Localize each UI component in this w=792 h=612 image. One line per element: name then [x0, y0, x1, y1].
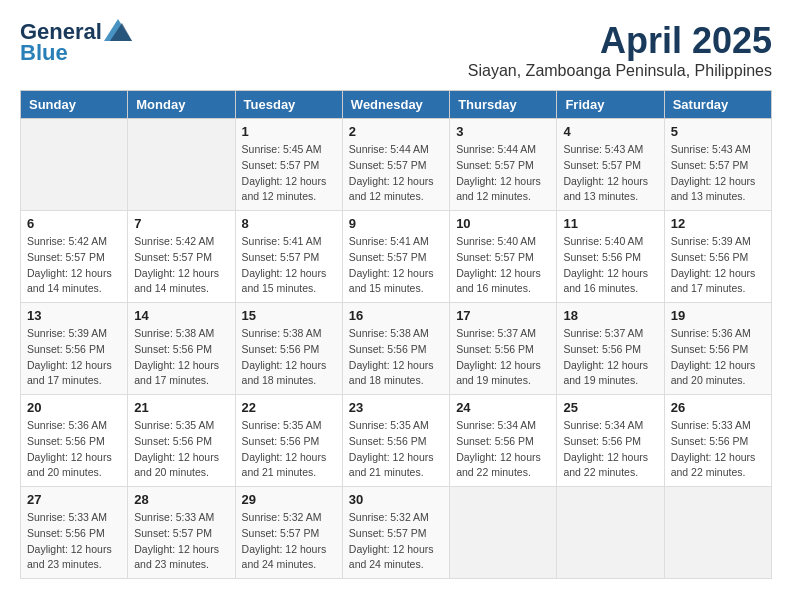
day-info: Sunrise: 5:43 AMSunset: 5:57 PMDaylight:…	[671, 142, 765, 205]
day-info: Sunrise: 5:42 AMSunset: 5:57 PMDaylight:…	[27, 234, 121, 297]
day-number: 13	[27, 308, 121, 323]
day-number: 19	[671, 308, 765, 323]
calendar-cell: 11Sunrise: 5:40 AMSunset: 5:56 PMDayligh…	[557, 211, 664, 303]
day-number: 10	[456, 216, 550, 231]
weekday-header-wednesday: Wednesday	[342, 91, 449, 119]
day-info: Sunrise: 5:39 AMSunset: 5:56 PMDaylight:…	[27, 326, 121, 389]
weekday-header-tuesday: Tuesday	[235, 91, 342, 119]
calendar-cell: 24Sunrise: 5:34 AMSunset: 5:56 PMDayligh…	[450, 395, 557, 487]
weekday-header-monday: Monday	[128, 91, 235, 119]
calendar-cell: 17Sunrise: 5:37 AMSunset: 5:56 PMDayligh…	[450, 303, 557, 395]
day-number: 11	[563, 216, 657, 231]
calendar-cell: 15Sunrise: 5:38 AMSunset: 5:56 PMDayligh…	[235, 303, 342, 395]
day-number: 16	[349, 308, 443, 323]
day-info: Sunrise: 5:40 AMSunset: 5:57 PMDaylight:…	[456, 234, 550, 297]
day-info: Sunrise: 5:32 AMSunset: 5:57 PMDaylight:…	[349, 510, 443, 573]
day-info: Sunrise: 5:36 AMSunset: 5:56 PMDaylight:…	[27, 418, 121, 481]
day-info: Sunrise: 5:34 AMSunset: 5:56 PMDaylight:…	[563, 418, 657, 481]
day-number: 8	[242, 216, 336, 231]
calendar-cell: 10Sunrise: 5:40 AMSunset: 5:57 PMDayligh…	[450, 211, 557, 303]
calendar-cell: 19Sunrise: 5:36 AMSunset: 5:56 PMDayligh…	[664, 303, 771, 395]
calendar-cell	[450, 487, 557, 579]
day-number: 5	[671, 124, 765, 139]
calendar-cell: 26Sunrise: 5:33 AMSunset: 5:56 PMDayligh…	[664, 395, 771, 487]
calendar-cell	[664, 487, 771, 579]
day-number: 12	[671, 216, 765, 231]
month-title: April 2025	[468, 20, 772, 62]
calendar-cell: 2Sunrise: 5:44 AMSunset: 5:57 PMDaylight…	[342, 119, 449, 211]
day-number: 21	[134, 400, 228, 415]
calendar-cell: 13Sunrise: 5:39 AMSunset: 5:56 PMDayligh…	[21, 303, 128, 395]
calendar-cell: 21Sunrise: 5:35 AMSunset: 5:56 PMDayligh…	[128, 395, 235, 487]
day-info: Sunrise: 5:42 AMSunset: 5:57 PMDaylight:…	[134, 234, 228, 297]
day-number: 1	[242, 124, 336, 139]
calendar-table: SundayMondayTuesdayWednesdayThursdayFrid…	[20, 90, 772, 579]
day-number: 9	[349, 216, 443, 231]
calendar-cell: 12Sunrise: 5:39 AMSunset: 5:56 PMDayligh…	[664, 211, 771, 303]
calendar-cell: 5Sunrise: 5:43 AMSunset: 5:57 PMDaylight…	[664, 119, 771, 211]
logo-icon	[104, 19, 132, 41]
day-info: Sunrise: 5:39 AMSunset: 5:56 PMDaylight:…	[671, 234, 765, 297]
day-number: 17	[456, 308, 550, 323]
day-info: Sunrise: 5:33 AMSunset: 5:56 PMDaylight:…	[671, 418, 765, 481]
title-block: April 2025 Siayan, Zamboanga Peninsula, …	[468, 20, 772, 80]
calendar-cell: 3Sunrise: 5:44 AMSunset: 5:57 PMDaylight…	[450, 119, 557, 211]
day-number: 20	[27, 400, 121, 415]
day-number: 6	[27, 216, 121, 231]
day-number: 14	[134, 308, 228, 323]
day-info: Sunrise: 5:32 AMSunset: 5:57 PMDaylight:…	[242, 510, 336, 573]
day-number: 15	[242, 308, 336, 323]
calendar-cell: 25Sunrise: 5:34 AMSunset: 5:56 PMDayligh…	[557, 395, 664, 487]
calendar-cell	[128, 119, 235, 211]
day-info: Sunrise: 5:40 AMSunset: 5:56 PMDaylight:…	[563, 234, 657, 297]
day-number: 23	[349, 400, 443, 415]
calendar-cell: 20Sunrise: 5:36 AMSunset: 5:56 PMDayligh…	[21, 395, 128, 487]
calendar-cell: 4Sunrise: 5:43 AMSunset: 5:57 PMDaylight…	[557, 119, 664, 211]
day-info: Sunrise: 5:44 AMSunset: 5:57 PMDaylight:…	[456, 142, 550, 205]
weekday-header-sunday: Sunday	[21, 91, 128, 119]
day-info: Sunrise: 5:41 AMSunset: 5:57 PMDaylight:…	[242, 234, 336, 297]
day-number: 30	[349, 492, 443, 507]
calendar-cell: 6Sunrise: 5:42 AMSunset: 5:57 PMDaylight…	[21, 211, 128, 303]
day-info: Sunrise: 5:37 AMSunset: 5:56 PMDaylight:…	[563, 326, 657, 389]
day-info: Sunrise: 5:38 AMSunset: 5:56 PMDaylight:…	[242, 326, 336, 389]
day-number: 27	[27, 492, 121, 507]
calendar-cell: 23Sunrise: 5:35 AMSunset: 5:56 PMDayligh…	[342, 395, 449, 487]
day-info: Sunrise: 5:35 AMSunset: 5:56 PMDaylight:…	[134, 418, 228, 481]
day-number: 7	[134, 216, 228, 231]
day-number: 4	[563, 124, 657, 139]
calendar-cell	[21, 119, 128, 211]
day-number: 24	[456, 400, 550, 415]
calendar-cell: 1Sunrise: 5:45 AMSunset: 5:57 PMDaylight…	[235, 119, 342, 211]
day-info: Sunrise: 5:35 AMSunset: 5:56 PMDaylight:…	[242, 418, 336, 481]
day-info: Sunrise: 5:36 AMSunset: 5:56 PMDaylight:…	[671, 326, 765, 389]
calendar-cell: 16Sunrise: 5:38 AMSunset: 5:56 PMDayligh…	[342, 303, 449, 395]
day-number: 22	[242, 400, 336, 415]
weekday-header-thursday: Thursday	[450, 91, 557, 119]
day-number: 25	[563, 400, 657, 415]
day-number: 28	[134, 492, 228, 507]
calendar-cell: 14Sunrise: 5:38 AMSunset: 5:56 PMDayligh…	[128, 303, 235, 395]
weekday-header-friday: Friday	[557, 91, 664, 119]
calendar-cell: 9Sunrise: 5:41 AMSunset: 5:57 PMDaylight…	[342, 211, 449, 303]
day-info: Sunrise: 5:35 AMSunset: 5:56 PMDaylight:…	[349, 418, 443, 481]
calendar-cell: 29Sunrise: 5:32 AMSunset: 5:57 PMDayligh…	[235, 487, 342, 579]
day-number: 18	[563, 308, 657, 323]
calendar-cell: 28Sunrise: 5:33 AMSunset: 5:57 PMDayligh…	[128, 487, 235, 579]
day-info: Sunrise: 5:43 AMSunset: 5:57 PMDaylight:…	[563, 142, 657, 205]
calendar-cell: 18Sunrise: 5:37 AMSunset: 5:56 PMDayligh…	[557, 303, 664, 395]
calendar-cell	[557, 487, 664, 579]
logo: General Blue	[20, 20, 132, 66]
day-info: Sunrise: 5:44 AMSunset: 5:57 PMDaylight:…	[349, 142, 443, 205]
calendar-cell: 30Sunrise: 5:32 AMSunset: 5:57 PMDayligh…	[342, 487, 449, 579]
page-header: General Blue April 2025 Siayan, Zamboang…	[20, 20, 772, 80]
calendar-cell: 8Sunrise: 5:41 AMSunset: 5:57 PMDaylight…	[235, 211, 342, 303]
day-info: Sunrise: 5:38 AMSunset: 5:56 PMDaylight:…	[134, 326, 228, 389]
day-number: 2	[349, 124, 443, 139]
day-info: Sunrise: 5:33 AMSunset: 5:57 PMDaylight:…	[134, 510, 228, 573]
weekday-header-saturday: Saturday	[664, 91, 771, 119]
day-info: Sunrise: 5:37 AMSunset: 5:56 PMDaylight:…	[456, 326, 550, 389]
day-info: Sunrise: 5:34 AMSunset: 5:56 PMDaylight:…	[456, 418, 550, 481]
location-title: Siayan, Zamboanga Peninsula, Philippines	[468, 62, 772, 80]
day-info: Sunrise: 5:33 AMSunset: 5:56 PMDaylight:…	[27, 510, 121, 573]
